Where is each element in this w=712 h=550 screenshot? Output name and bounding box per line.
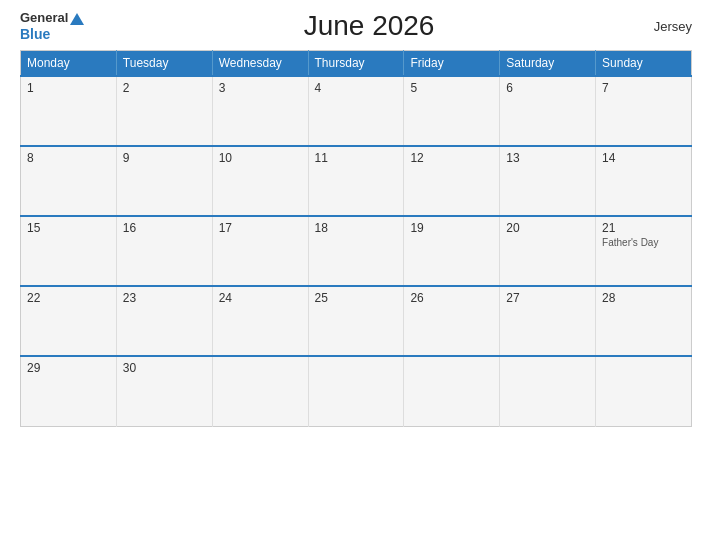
day-number: 22: [27, 291, 110, 305]
day-number: 28: [602, 291, 685, 305]
day-number: 29: [27, 361, 110, 375]
calendar-table: MondayTuesdayWednesdayThursdayFridaySatu…: [20, 50, 692, 427]
day-number: 3: [219, 81, 302, 95]
calendar-cell: 12: [404, 146, 500, 216]
day-number: 17: [219, 221, 302, 235]
day-number: 19: [410, 221, 493, 235]
day-number: 27: [506, 291, 589, 305]
calendar-cell: 10: [212, 146, 308, 216]
calendar-cell: 15: [21, 216, 117, 286]
calendar-cell: 18: [308, 216, 404, 286]
calendar-cell: 23: [116, 286, 212, 356]
day-number: 30: [123, 361, 206, 375]
calendar-cell: 19: [404, 216, 500, 286]
calendar-cell: 3: [212, 76, 308, 146]
calendar-cell: 2: [116, 76, 212, 146]
calendar-cell: 26: [404, 286, 500, 356]
day-number: 16: [123, 221, 206, 235]
logo: General Blue: [20, 10, 84, 42]
day-number: 4: [315, 81, 398, 95]
weekday-header-sunday: Sunday: [596, 51, 692, 77]
day-number: 12: [410, 151, 493, 165]
day-number: 2: [123, 81, 206, 95]
day-number: 24: [219, 291, 302, 305]
day-number: 26: [410, 291, 493, 305]
day-event: Father's Day: [602, 237, 685, 248]
weekday-header-wednesday: Wednesday: [212, 51, 308, 77]
day-number: 11: [315, 151, 398, 165]
day-number: 7: [602, 81, 685, 95]
weekday-header-friday: Friday: [404, 51, 500, 77]
calendar-cell: [308, 356, 404, 426]
calendar-cell: 17: [212, 216, 308, 286]
logo-general: General: [20, 10, 84, 26]
day-number: 5: [410, 81, 493, 95]
day-number: 18: [315, 221, 398, 235]
calendar-cell: [500, 356, 596, 426]
day-number: 1: [27, 81, 110, 95]
weekday-header-saturday: Saturday: [500, 51, 596, 77]
week-row-5: 2930: [21, 356, 692, 426]
calendar-cell: 7: [596, 76, 692, 146]
calendar-cell: 28: [596, 286, 692, 356]
week-row-3: 15161718192021Father's Day: [21, 216, 692, 286]
calendar-title: June 2026: [304, 10, 435, 42]
calendar-cell: 21Father's Day: [596, 216, 692, 286]
calendar-cell: 16: [116, 216, 212, 286]
day-number: 23: [123, 291, 206, 305]
day-number: 15: [27, 221, 110, 235]
calendar-cell: 13: [500, 146, 596, 216]
calendar-cell: 5: [404, 76, 500, 146]
calendar-cell: 11: [308, 146, 404, 216]
page-header: General Blue June 2026 Jersey: [20, 10, 692, 42]
calendar-cell: 29: [21, 356, 117, 426]
calendar-cell: 30: [116, 356, 212, 426]
day-number: 20: [506, 221, 589, 235]
day-number: 25: [315, 291, 398, 305]
calendar-cell: 25: [308, 286, 404, 356]
calendar-cell: 8: [21, 146, 117, 216]
calendar-cell: 27: [500, 286, 596, 356]
calendar-cell: 9: [116, 146, 212, 216]
day-number: 6: [506, 81, 589, 95]
logo-blue: Blue: [20, 26, 50, 43]
weekday-header-row: MondayTuesdayWednesdayThursdayFridaySatu…: [21, 51, 692, 77]
calendar-cell: 20: [500, 216, 596, 286]
calendar-cell: 22: [21, 286, 117, 356]
day-number: 9: [123, 151, 206, 165]
calendar-cell: [404, 356, 500, 426]
day-number: 8: [27, 151, 110, 165]
calendar-cell: 14: [596, 146, 692, 216]
calendar-cell: 1: [21, 76, 117, 146]
day-number: 10: [219, 151, 302, 165]
logo-triangle-icon: [70, 13, 84, 25]
calendar-cell: 24: [212, 286, 308, 356]
day-number: 13: [506, 151, 589, 165]
weekday-header-thursday: Thursday: [308, 51, 404, 77]
week-row-1: 1234567: [21, 76, 692, 146]
day-number: 14: [602, 151, 685, 165]
day-number: 21: [602, 221, 685, 235]
week-row-2: 891011121314: [21, 146, 692, 216]
calendar-cell: 6: [500, 76, 596, 146]
calendar-cell: [596, 356, 692, 426]
calendar-cell: [212, 356, 308, 426]
calendar-cell: 4: [308, 76, 404, 146]
weekday-header-monday: Monday: [21, 51, 117, 77]
region-label: Jersey: [654, 19, 692, 34]
week-row-4: 22232425262728: [21, 286, 692, 356]
weekday-header-tuesday: Tuesday: [116, 51, 212, 77]
